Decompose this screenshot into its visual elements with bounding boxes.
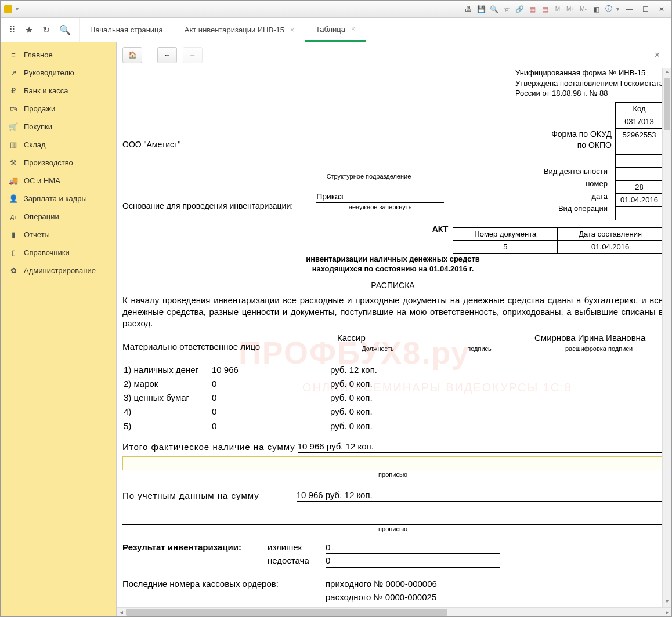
act-subtitle2: находящихся по состоянию на 01.04.2016 г… [122,264,663,274]
ruble-icon: ₽ [9,86,18,95]
tab-close-icon[interactable]: × [351,25,355,33]
panel-icon[interactable]: ◧ [591,4,601,14]
table-row: 3) ценных бумаг0руб. 0 коп. [124,391,377,404]
sidebar-item-catalogs[interactable]: ▯Справочники [1,244,116,262]
star-icon[interactable]: ★ [25,24,33,35]
sidebar-item-label: Продажи [24,104,55,113]
tab-close-icon[interactable]: × [290,26,294,34]
history-icon[interactable]: ↻ [42,24,50,35]
forward-button[interactable]: → [183,47,203,63]
print-icon[interactable]: 🖶 [463,4,474,14]
titlebar: ▾ 🖶 💾 🔍 ☆ 🔗 ▦ ▤ M M+ M- ◧ ⓘ ▾ — ☐ ✕ [1,1,671,18]
form-title: Унифицированная форма № ИНВ-15 [515,68,663,78]
calendar-icon[interactable]: ▤ [540,4,550,14]
vertical-scrollbar[interactable]: ▴ ▾ [662,68,671,607]
truck-icon: 🚚 [9,176,18,185]
act-title: АКТ [122,224,448,235]
bag-icon: 🛍 [9,104,18,113]
position-value: Кассир [337,332,418,344]
tab-table[interactable]: Таблица× [305,18,366,42]
favorite-icon[interactable]: ☆ [501,4,512,14]
horizontal-scrollbar[interactable]: ◂ ▸ [117,607,671,616]
grid-icon: ▥ [9,140,18,149]
surplus-label: излишек [268,542,326,554]
date-label: дата [540,191,611,202]
expense-order: расходного № 0000-000025 [326,591,500,603]
scroll-thumb[interactable] [664,78,670,130]
surplus-value: 0 [326,542,500,554]
sidebar-item-label: Банк и касса [24,86,68,95]
sidebar-item-assets[interactable]: 🚚ОС и НМА [1,172,116,190]
m-icon[interactable]: M [552,4,563,14]
maximize-button[interactable]: ☐ [639,4,652,14]
nav-bar: 🏠 ← → × [117,42,671,68]
gear-icon: ✿ [9,266,18,275]
save-icon[interactable]: 💾 [476,4,486,14]
scroll-right-icon[interactable]: ▸ [662,609,671,615]
dropdown-icon[interactable]: ▾ [16,6,19,12]
okud-label: Форма по ОКУД [487,129,612,140]
position-caption: Должность [337,344,418,353]
cart-icon: 🛒 [9,122,18,131]
calculator-icon[interactable]: ▦ [527,4,537,14]
scroll-down-icon[interactable]: ▾ [663,598,671,607]
search-icon[interactable]: 🔍 [59,24,71,35]
scroll-left-icon[interactable]: ◂ [117,609,126,615]
sidebar-item-main[interactable]: ≡Главное [1,46,116,64]
book-icon: ▯ [9,248,18,257]
table-row: 4)0руб. 0 коп. [124,405,377,418]
sidebar-item-label: Операции [24,212,59,221]
sidebar-item-admin[interactable]: ✿Администрирование [1,262,116,280]
report-icon: ▮ [9,230,18,239]
act-subtitle1: инвентаризации наличных денежных средств [122,254,663,264]
tab-act[interactable]: Акт инвентаризации ИНВ-15× [174,18,305,42]
sidebar-item-label: Справочники [24,248,70,257]
minimize-button[interactable]: — [623,4,635,14]
doc-number-table: Номер документа Дата составления 5 01.04… [453,227,663,254]
signature-caption: подпись [447,344,511,353]
name-caption: расшифровка подписи [534,344,663,353]
sidebar-item-label: Главное [24,50,53,59]
number-label: номер [540,178,611,190]
code-header: Код [615,102,663,115]
total-value: 10 966 руб. 12 коп. [298,441,663,453]
optype-label: Вид операции [540,203,611,215]
sidebar-item-manager[interactable]: ↗Руководителю [1,64,116,82]
apps-icon[interactable]: ⠿ [9,24,16,35]
sidebar-item-label: Руководителю [24,68,74,77]
sidebar-item-label: Производство [24,158,73,167]
preview-icon[interactable]: 🔍 [489,4,499,14]
info-icon[interactable]: ⓘ [604,4,614,14]
m-minus-icon[interactable]: M- [578,4,588,14]
info-dropdown-icon[interactable]: ▾ [616,6,619,12]
link-icon[interactable]: 🔗 [514,4,525,14]
m-plus-icon[interactable]: M+ [565,4,576,14]
in-words-caption2: прописью [122,525,663,533]
home-button[interactable]: 🏠 [122,47,142,63]
sidebar-item-bank[interactable]: ₽Банк и касса [1,82,116,100]
sidebar-item-label: Покупки [24,122,52,131]
scroll-up-icon[interactable]: ▴ [663,68,671,77]
sidebar-item-reports[interactable]: ▮Отчеты [1,226,116,244]
shortage-label: недостача [268,555,326,567]
factory-icon: ⚒ [9,158,18,167]
sidebar-item-warehouse[interactable]: ▥Склад [1,136,116,154]
sidebar-item-production[interactable]: ⚒Производство [1,154,116,172]
back-button[interactable]: ← [157,47,177,63]
sidebar-item-label: Склад [24,140,46,149]
tab-start[interactable]: Начальная страница [80,18,174,42]
content-close-button[interactable]: × [655,50,666,60]
document-area[interactable]: ПРОФБУХ8.ру ОНЛАЙН-СЕМИНАРЫ ВИДЕОКУРСЫ 1… [117,68,671,607]
hscroll-thumb[interactable] [126,609,447,616]
sidebar-item-operations[interactable]: ДтОперации [1,208,116,226]
activity-label: Вид деятельности [540,166,611,177]
table-row: 1) наличных денег10 966руб. 12 коп. [124,364,377,376]
sidebar-item-sales[interactable]: 🛍Продажи [1,100,116,118]
close-button[interactable]: ✕ [655,4,668,14]
docdate-value: 01.04.2016 [558,241,663,254]
in-words-input[interactable] [122,456,663,470]
sidebar-item-hr[interactable]: 👤Зарплата и кадры [1,190,116,208]
tab-label: Начальная страница [90,26,163,34]
organization-field: ООО "Аметист" [122,139,487,151]
sidebar-item-purchases[interactable]: 🛒Покупки [1,118,116,136]
